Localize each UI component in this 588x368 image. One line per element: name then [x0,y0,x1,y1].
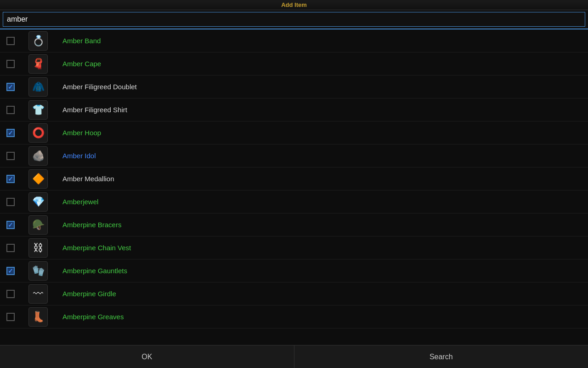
item-name: Amber Filigreed Doublet [59,83,584,91]
search-button[interactable]: Search [294,345,588,368]
item-icon: ⭕ [17,123,59,143]
item-icon: 🧣 [17,54,59,74]
item-icon-placeholder: 💍 [28,31,48,51]
item-icon-placeholder: 🧤 [28,261,48,281]
checkbox-box[interactable] [6,267,15,275]
item-name: Amber Hoop [59,129,584,137]
item-checkbox[interactable] [4,175,17,183]
item-name: Amberpine Gauntlets [59,267,584,275]
item-name: Amber Cape [59,60,584,68]
item-name: Amber Filigreed Shirt [59,106,584,114]
item-icon-placeholder: 👕 [28,100,48,120]
item-icon: 👢 [17,307,59,327]
list-item[interactable]: 💍Amber Band [0,29,588,52]
list-item[interactable]: 🧤Amberpine Gauntlets [0,259,588,282]
item-checkbox[interactable] [4,37,17,45]
checkbox-box[interactable] [6,152,15,160]
ok-button[interactable]: OK [0,345,294,368]
checkbox-box[interactable] [6,244,15,252]
item-name: Amberpine Girdle [59,290,584,298]
item-list: 💍Amber Band🧣Amber Cape🧥Amber Filigreed D… [0,29,588,345]
item-icon-placeholder: 🧥 [28,77,48,97]
checkbox-box[interactable] [6,313,15,321]
item-icon-placeholder: 💎 [28,192,48,212]
item-icon: 💎 [17,192,59,212]
checkbox-box[interactable] [6,198,15,206]
item-icon: 🧤 [17,261,59,281]
list-item[interactable]: 👢Amberpine Greaves [0,305,588,328]
item-name: Amberpine Bracers [59,221,584,229]
checkbox-box[interactable] [6,106,15,114]
list-item[interactable]: 〰Amberpine Girdle [0,282,588,305]
item-icon-placeholder: 🧣 [28,54,48,74]
item-icon: 👕 [17,100,59,120]
item-name: Amber Band [59,37,584,45]
item-icon: ⛓ [17,238,59,258]
item-checkbox[interactable] [4,244,17,252]
list-item[interactable]: 👕Amber Filigreed Shirt [0,98,588,121]
item-checkbox[interactable] [4,83,17,91]
item-checkbox[interactable] [4,198,17,206]
item-icon: 〰 [17,284,59,304]
item-checkbox[interactable] [4,152,17,160]
item-icon-placeholder: 👢 [28,307,48,327]
item-checkbox[interactable] [4,313,17,321]
item-icon-placeholder: 🪨 [28,146,48,166]
checkbox-box[interactable] [6,221,15,229]
title-bar: Add Item [0,0,588,10]
list-item[interactable]: 🧣Amber Cape [0,52,588,75]
list-item[interactable]: 🪖Amberpine Bracers [0,213,588,236]
checkbox-box[interactable] [6,129,15,137]
item-name: Amber Medallion [59,175,584,183]
item-checkbox[interactable] [4,221,17,229]
list-item[interactable]: 💎Amberjewel [0,190,588,213]
item-icon-placeholder: 〰 [28,284,48,304]
search-bar [0,10,588,29]
item-checkbox[interactable] [4,267,17,275]
item-icon: 🧥 [17,77,59,97]
checkbox-box[interactable] [6,60,15,68]
item-checkbox[interactable] [4,60,17,68]
item-name: Amberjewel [59,198,584,206]
list-item[interactable]: 🪨Amber Idol [0,144,588,167]
item-icon: 💍 [17,31,59,51]
item-icon-placeholder: ⭕ [28,123,48,143]
item-checkbox[interactable] [4,129,17,137]
item-name: Amber Idol [59,152,584,160]
checkbox-box[interactable] [6,175,15,183]
bottom-bar: OK Search [0,345,588,368]
item-icon: 🔶 [17,169,59,189]
item-icon: 🪨 [17,146,59,166]
checkbox-box[interactable] [6,37,15,45]
list-item[interactable]: ⭕Amber Hoop [0,121,588,144]
list-item[interactable]: 🔶Amber Medallion [0,167,588,190]
item-icon-placeholder: 🪖 [28,215,48,235]
title-text: Add Item [281,1,307,8]
search-input[interactable] [3,12,585,27]
item-name: Amberpine Chain Vest [59,244,584,252]
checkbox-box[interactable] [6,83,15,91]
list-item[interactable]: ⛓Amberpine Chain Vest [0,236,588,259]
checkbox-box[interactable] [6,290,15,298]
item-checkbox[interactable] [4,106,17,114]
item-icon: 🪖 [17,215,59,235]
item-icon-placeholder: 🔶 [28,169,48,189]
item-checkbox[interactable] [4,290,17,298]
item-name: Amberpine Greaves [59,313,584,321]
list-item[interactable]: 🧥Amber Filigreed Doublet [0,75,588,98]
item-icon-placeholder: ⛓ [28,238,48,258]
